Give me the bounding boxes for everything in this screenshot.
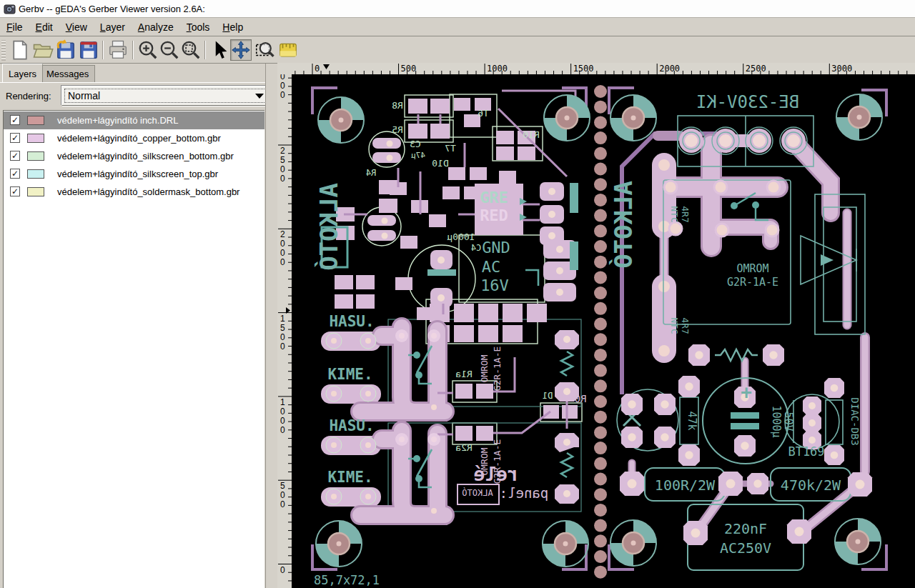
layer-color-swatch[interactable] <box>27 134 44 143</box>
pcb-label: 85,7x72,1 <box>314 573 380 587</box>
layer-visibility-checkbox[interactable]: ✓ <box>10 115 20 125</box>
print-button[interactable] <box>107 39 129 61</box>
pcb-label: R4 <box>366 168 376 178</box>
rendering-label: Rendering: <box>6 91 51 101</box>
corner-target <box>835 519 881 564</box>
measure-tool-button[interactable] <box>277 39 299 61</box>
svg-text:3000: 3000 <box>831 64 852 74</box>
toolbar-handle[interactable] <box>1 40 6 61</box>
pcb-label: R8 <box>392 100 403 111</box>
window-title: Gerbv -- gEDA's Gerber Viewer version 2.… <box>19 4 205 14</box>
corner-target <box>318 97 364 143</box>
svg-text:2500: 2500 <box>746 64 766 74</box>
pcb-label: G2R-1A-E <box>727 276 778 289</box>
pcb-label: T7 <box>445 143 456 154</box>
svg-text:2000: 2000 <box>659 64 680 74</box>
pointer-tool-button[interactable] <box>209 39 231 61</box>
layer-color-swatch[interactable] <box>27 116 44 125</box>
menu-tools[interactable]: Tools <box>180 19 217 36</box>
layer-row[interactable]: ✓védelem+lágyindító_silkscreen_bottom.gb… <box>4 147 264 165</box>
menu-file[interactable]: File <box>0 19 29 36</box>
pcb-label: R2a <box>455 442 472 453</box>
toolbar-separator <box>132 41 134 59</box>
pan-tool-button[interactable] <box>230 39 252 61</box>
layer-visibility-checkbox[interactable]: ✓ <box>10 151 20 161</box>
pcb-label: 4R7 <box>680 206 691 222</box>
pcb-label: HASU. <box>329 417 374 434</box>
pcb-label: OMROM <box>479 354 490 382</box>
zoom-region-button[interactable] <box>254 39 275 61</box>
svg-text:2500: 2500 <box>280 146 285 184</box>
pcb-label: ALKOTÓ <box>315 183 343 271</box>
zoom-out-button[interactable] <box>159 39 180 61</box>
app-icon <box>4 3 16 15</box>
menu-bar: FileEditViewLayerAnalyzeToolsHelp <box>0 19 915 36</box>
svg-text:1500: 1500 <box>280 314 285 352</box>
menu-layer[interactable]: Layer <box>94 19 132 36</box>
svg-text:1500: 1500 <box>573 64 594 74</box>
pcb-label: T6 <box>478 108 489 119</box>
new-button[interactable] <box>9 39 31 61</box>
pcb-label: DIAC-DB3 <box>849 397 861 445</box>
layer-name: védelem+lágyindító_copper_bottom.gbr <box>57 133 221 144</box>
zoom-fit-button[interactable] <box>180 39 202 61</box>
pcb-label: 1000µ <box>770 405 783 437</box>
pcb-label: R0 <box>575 393 587 404</box>
layer-row[interactable]: ✓védelem+lágyindító inch.DRL <box>4 111 264 129</box>
tab-messages[interactable]: Messages <box>40 65 95 82</box>
corner-target <box>610 520 656 566</box>
pcb-label: 47µ <box>411 151 425 160</box>
layer-row[interactable]: ✓védelem+lágyindító_soldermask_bottom.gb… <box>4 183 264 201</box>
zoom-in-button[interactable] <box>137 39 159 61</box>
layer-color-swatch[interactable] <box>27 151 44 161</box>
pcb-label: NTC <box>669 317 680 334</box>
layers-panel: Layers Messages Rendering: Normal ✓védel… <box>0 64 265 588</box>
layer-visibility-checkbox[interactable]: ✓ <box>10 169 20 179</box>
revert-button[interactable] <box>55 39 76 61</box>
svg-text:500: 500 <box>401 64 417 74</box>
layer-color-swatch[interactable] <box>27 187 44 196</box>
menu-edit[interactable]: Edit <box>29 19 59 36</box>
pcb-label: 1000µ <box>447 231 475 242</box>
layer-row[interactable]: ✓védelem+lágyindító_copper_bottom.gbr <box>4 129 264 147</box>
open-button[interactable] <box>32 39 54 61</box>
layer-visibility-checkbox[interactable]: ✓ <box>10 133 20 143</box>
combo-arrow-icon <box>255 94 264 99</box>
rendering-combo[interactable]: Normal <box>61 86 270 106</box>
pcb-label: 16V <box>480 276 509 294</box>
menu-view[interactable]: View <box>59 19 94 36</box>
pcb-label: R5 <box>392 124 403 135</box>
svg-text:2000: 2000 <box>280 229 285 267</box>
layer-visibility-checkbox[interactable]: ✓ <box>10 186 20 196</box>
svg-text:500: 500 <box>280 481 285 509</box>
menu-help[interactable]: Help <box>216 19 249 36</box>
corner-target <box>610 95 656 141</box>
menu-analyze[interactable]: Analyze <box>132 19 180 36</box>
pcb-label: D1 <box>543 391 553 401</box>
pcb-label: ALKOTÓ <box>462 487 493 498</box>
svg-text:0: 0 <box>315 64 320 74</box>
pcb-label: AC250V <box>720 539 771 557</box>
pcb-label: 50V <box>782 412 795 431</box>
pcb-label: RED <box>480 206 508 224</box>
svg-text:1000: 1000 <box>280 397 285 435</box>
pcb-label: GRE <box>480 189 508 206</box>
pcb-label: 220nF <box>724 520 767 537</box>
svg-text:1000: 1000 <box>487 64 508 74</box>
pcb-label: KIME. <box>327 469 372 486</box>
pcb-canvas[interactable]: 050010001500200025003000 <box>277 63 915 588</box>
pcb-label: HASU. <box>329 313 374 330</box>
pcb-label: 4R7 <box>680 317 691 334</box>
pcb-label: 100R/2W <box>655 477 716 494</box>
pcb-label: KIME. <box>327 366 372 383</box>
panel-splitter[interactable] <box>265 64 277 588</box>
save-button[interactable] <box>78 39 99 61</box>
layer-color-swatch[interactable] <box>27 169 44 179</box>
pcb-label: relé <box>474 464 519 485</box>
tab-layers[interactable]: Layers <box>2 64 43 82</box>
corner-target <box>544 95 590 141</box>
pcb-label: 47k <box>686 411 698 430</box>
corner-target <box>316 521 362 567</box>
corner-target <box>836 94 882 140</box>
layer-row[interactable]: ✓védelem+lágyindító_silkscreen_top.gbr <box>4 165 264 183</box>
